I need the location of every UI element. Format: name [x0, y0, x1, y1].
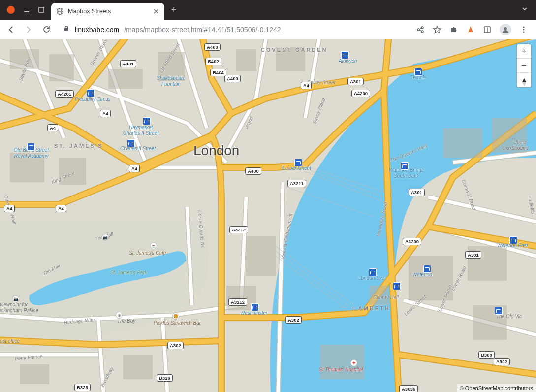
- shield-a301-2: A301: [409, 189, 425, 196]
- map-canvas[interactable]: London COVENT GARDEN ST. JAMES'S LAMBETH…: [0, 39, 536, 392]
- metro-icon: [251, 303, 259, 311]
- shield-a3200: A3200: [403, 238, 421, 245]
- url-path: /maps/mapbox-street.html#14.41/51.50506/…: [124, 26, 281, 33]
- shield-a302-1: A302: [285, 316, 302, 324]
- svg-point-8: [417, 29, 419, 31]
- map-attribution[interactable]: © OpenStreetMap contributors: [457, 384, 536, 392]
- svg-rect-46: [123, 355, 153, 379]
- poi-charles-ii: Charles II Street: [120, 146, 156, 152]
- svg-rect-45: [20, 364, 49, 384]
- poi-the-boy: The Boy: [117, 318, 135, 324]
- metro-icon: [341, 51, 349, 59]
- shield-a4200: A4200: [351, 90, 370, 97]
- zoom-out-button[interactable]: −: [517, 59, 531, 73]
- browser-toolbar: linuxbabe.com/maps/mapbox-street.html#14…: [0, 20, 536, 39]
- shield-a400-2: A400: [224, 75, 241, 82]
- svg-point-17: [523, 29, 525, 30]
- metro-icon: [369, 268, 377, 276]
- svg-rect-13: [484, 27, 490, 33]
- share-icon[interactable]: [416, 25, 425, 34]
- address-bar[interactable]: linuxbabe.com/maps/mapbox-street.html#14…: [57, 22, 408, 37]
- window-buttons: [0, 6, 51, 14]
- city-label: London: [193, 143, 239, 159]
- compass-button[interactable]: [517, 73, 531, 87]
- monument-icon: ◉: [116, 312, 123, 319]
- shield-a301-1: A301: [347, 78, 364, 85]
- svg-line-11: [419, 28, 421, 29]
- camera-icon: 📷: [102, 234, 109, 241]
- window-close-button[interactable]: [7, 6, 15, 14]
- camera-icon: 📷: [12, 295, 19, 302]
- district-lambeth: LAMBETH: [353, 305, 390, 311]
- poi-pickles: Pickles Sandwich Bar: [154, 320, 201, 326]
- shield-a302-2: A302: [167, 342, 184, 349]
- poi-upper-ground: Upper Ground: [512, 139, 528, 151]
- metro-icon: [401, 162, 409, 170]
- svg-line-12: [419, 30, 421, 31]
- window-maximize-button[interactable]: [38, 7, 44, 13]
- poi-haymarket: Haymarket Charles II Street: [123, 125, 158, 136]
- poi-st-james-park: St. James's Park: [110, 270, 147, 276]
- poi-st-thomas: St Thomas' Hospital: [319, 367, 363, 373]
- svg-rect-1: [39, 7, 44, 12]
- metro-icon: [127, 139, 135, 147]
- shield-a4-upper: A4: [301, 82, 312, 89]
- menu-icon[interactable]: [519, 25, 528, 34]
- window-titlebar: Mapbox Streets +: [0, 0, 536, 20]
- shield-a3036: A3036: [399, 385, 418, 392]
- puzzle-icon[interactable]: [449, 25, 458, 34]
- poi-shakespeare-fountain: Shakespeare Fountain: [157, 75, 186, 87]
- forward-button[interactable]: [22, 23, 35, 36]
- svg-point-18: [523, 31, 525, 33]
- poi-post-office: ost office: [0, 338, 20, 344]
- lock-icon: [63, 25, 70, 33]
- svg-rect-44: [320, 345, 364, 379]
- map-controls: + −: [517, 44, 531, 87]
- shield-a400-1: A400: [204, 43, 221, 51]
- star-icon[interactable]: [433, 25, 441, 34]
- shield-b323: B323: [74, 384, 91, 391]
- window-minimize-button[interactable]: [24, 7, 30, 13]
- svg-point-9: [421, 27, 423, 29]
- metro-icon: [393, 282, 401, 290]
- shield-b404: B404: [210, 69, 226, 76]
- tab-title: Mapbox Streets: [68, 8, 149, 15]
- shield-a301-3: A301: [465, 251, 481, 259]
- shield-a4-5: A4: [56, 205, 66, 212]
- browser-tab[interactable]: Mapbox Streets: [51, 3, 164, 20]
- side-panel-icon[interactable]: [483, 25, 492, 34]
- metro-icon: [294, 159, 302, 166]
- new-tab-button[interactable]: +: [164, 5, 184, 15]
- shield-a4-2: A4: [100, 110, 111, 117]
- url-host: linuxbabe.com: [75, 26, 119, 33]
- metro-icon: [495, 307, 503, 315]
- shield-a401: A401: [120, 60, 136, 67]
- district-st-jamess: ST. JAMES'S: [54, 143, 103, 149]
- svg-point-16: [523, 26, 525, 28]
- hospital-icon: ✚: [350, 359, 357, 366]
- profile-avatar[interactable]: [500, 24, 511, 35]
- svg-rect-29: [49, 54, 74, 81]
- svg-rect-0: [24, 11, 29, 12]
- shield-a4201: A4201: [55, 90, 74, 98]
- svg-rect-32: [236, 49, 256, 71]
- globe-icon: [56, 7, 64, 15]
- metro-icon: [509, 236, 517, 244]
- shield-b300: B300: [478, 351, 495, 359]
- shield-a3212-1: A3212: [229, 226, 248, 233]
- shield-a4-4: A4: [4, 205, 15, 212]
- reload-button[interactable]: [39, 23, 53, 36]
- close-icon[interactable]: [153, 8, 159, 15]
- poi-st-james-cafe: St. James's Café: [129, 250, 166, 256]
- shield-a4-1: A4: [47, 124, 58, 131]
- food-icon: 🍔: [172, 313, 179, 320]
- chevron-down-icon[interactable]: [513, 5, 536, 14]
- extension-icon[interactable]: [466, 25, 475, 34]
- shield-b402: B402: [205, 58, 221, 65]
- shield-b326: B326: [157, 374, 173, 382]
- svg-rect-30: [108, 69, 143, 89]
- metro-icon: [87, 89, 95, 97]
- svg-rect-34: [443, 128, 482, 158]
- zoom-in-button[interactable]: +: [517, 44, 531, 59]
- back-button[interactable]: [4, 23, 18, 36]
